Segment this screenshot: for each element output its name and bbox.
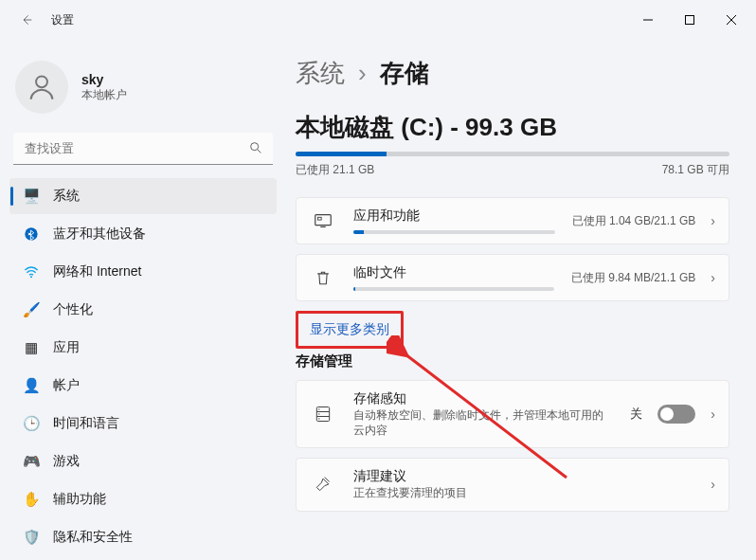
storage-sense-sub: 自动释放空间、删除临时文件，并管理本地可用的云内容 — [353, 407, 613, 438]
apps-usage-bar — [353, 230, 555, 234]
content-area: 系统 › 存储 本地磁盘 (C:) - 99.3 GB 已使用 21.1 GB … — [284, 40, 756, 560]
arrow-left-icon — [20, 13, 33, 27]
back-button[interactable] — [11, 5, 42, 35]
nav-item-label: 帐户 — [53, 377, 80, 394]
svg-rect-1 — [686, 16, 694, 25]
window-title: 设置 — [51, 12, 74, 28]
storage-mgmt-heading: 存储管理 — [296, 352, 729, 370]
sidebar-item-system[interactable]: 🖥️系统 — [9, 178, 277, 214]
nav-item-label: 辅助功能 — [53, 491, 106, 508]
cleanup-sub: 正在查找要清理的项目 — [353, 485, 693, 500]
window-controls — [627, 6, 752, 34]
sidebar-item-time-language[interactable]: 🕒时间和语言 — [9, 406, 277, 442]
nav-item-label: 游戏 — [53, 453, 80, 470]
show-more-categories-link[interactable]: 显示更多类别 — [298, 314, 401, 346]
maximize-button[interactable] — [669, 6, 711, 34]
sidebar-item-accessibility[interactable]: ✋辅助功能 — [9, 481, 277, 517]
titlebar: 设置 — [0, 0, 756, 40]
nav-item-label: 应用 — [53, 339, 80, 356]
sidebar-item-personalization[interactable]: 🖌️个性化 — [9, 292, 277, 328]
close-button[interactable] — [711, 6, 752, 34]
svg-line-6 — [258, 150, 261, 153]
sidebar-item-accessibility-icon: ✋ — [23, 491, 40, 508]
drive-icon — [310, 401, 336, 427]
card-temp-files[interactable]: 临时文件 已使用 9.84 MB/21.1 GB › — [296, 254, 729, 301]
sidebar-item-privacy[interactable]: 🛡️隐私和安全性 — [9, 519, 277, 555]
sidebar-item-personalization-icon: 🖌️ — [23, 301, 40, 318]
minimize-icon — [643, 15, 653, 25]
storage-sense-title: 存储感知 — [353, 390, 613, 407]
sidebar-item-time-language-icon: 🕒 — [23, 415, 40, 432]
card-apps-title: 应用和功能 — [353, 208, 555, 225]
breadcrumb-current: 存储 — [380, 57, 429, 90]
sidebar-item-privacy-icon: 🛡️ — [23, 529, 40, 546]
sidebar-item-network-icon — [23, 263, 40, 280]
cleanup-title: 清理建议 — [353, 468, 693, 485]
disk-usage-bar — [296, 152, 729, 156]
search-field-wrap — [13, 133, 273, 165]
card-storage-sense[interactable]: 存储感知 自动释放空间、删除临时文件，并管理本地可用的云内容 关 › — [296, 380, 729, 448]
sidebar-item-accounts[interactable]: 👤帐户 — [9, 368, 277, 404]
sidebar-item-network[interactable]: 网络和 Internet — [9, 254, 277, 290]
profile-block[interactable]: sky 本地帐户 — [9, 49, 277, 131]
card-apps-usage: 已使用 1.04 GB/21.1 GB — [572, 213, 696, 229]
breadcrumb: 系统 › 存储 — [296, 57, 729, 90]
nav-item-label: 个性化 — [53, 301, 93, 318]
apps-icon — [310, 208, 336, 234]
annotation-highlight-box: 显示更多类别 — [296, 311, 404, 349]
sidebar-item-accounts-icon: 👤 — [23, 377, 40, 394]
maximize-icon — [685, 15, 694, 25]
sidebar-item-apps[interactable]: ▦应用 — [9, 330, 277, 366]
disk-stats: 已使用 21.1 GB 78.1 GB 可用 — [296, 162, 729, 178]
chevron-right-icon: › — [358, 59, 367, 88]
person-icon — [26, 71, 58, 103]
close-icon — [727, 15, 736, 25]
profile-username: sky — [81, 72, 127, 87]
disk-title: 本地磁盘 (C:) - 99.3 GB — [296, 111, 729, 144]
disk-free-label: 78.1 GB 可用 — [662, 162, 729, 178]
disk-used-label: 已使用 21.1 GB — [296, 162, 374, 178]
storage-sense-toggle-label: 关 — [630, 406, 642, 423]
disk-usage-fill — [296, 152, 387, 156]
nav-item-label: 隐私和安全性 — [53, 529, 133, 546]
nav-list: 🖥️系统蓝牙和其他设备网络和 Internet🖌️个性化▦应用👤帐户🕒时间和语言… — [9, 178, 277, 555]
svg-point-17 — [318, 419, 319, 420]
card-cleanup-recs[interactable]: 清理建议 正在查找要清理的项目 › — [296, 458, 729, 511]
breadcrumb-root[interactable]: 系统 — [296, 57, 345, 90]
svg-point-16 — [318, 414, 319, 415]
sidebar: sky 本地帐户 🖥️系统蓝牙和其他设备网络和 Internet🖌️个性化▦应用… — [0, 40, 284, 560]
nav-item-label: 系统 — [53, 188, 80, 205]
nav-item-label: 时间和语言 — [53, 415, 119, 432]
card-apps-features[interactable]: 应用和功能 已使用 1.04 GB/21.1 GB › — [296, 197, 729, 244]
search-input[interactable] — [13, 133, 273, 165]
card-temp-usage: 已使用 9.84 MB/21.1 GB — [571, 270, 695, 286]
sidebar-item-apps-icon: ▦ — [23, 339, 40, 356]
sidebar-item-gaming-icon: 🎮 — [23, 453, 40, 470]
svg-rect-10 — [318, 217, 322, 220]
chevron-right-icon: › — [711, 270, 715, 285]
sidebar-item-bluetooth-icon — [23, 226, 40, 243]
svg-point-15 — [318, 409, 319, 410]
avatar — [15, 61, 68, 114]
search-icon — [248, 140, 263, 159]
trash-icon — [310, 264, 336, 291]
svg-point-5 — [251, 143, 259, 151]
nav-item-label: 蓝牙和其他设备 — [53, 226, 146, 243]
minimize-button[interactable] — [627, 6, 669, 34]
nav-item-label: 网络和 Internet — [53, 263, 141, 280]
card-temp-title: 临时文件 — [353, 264, 554, 281]
broom-icon — [310, 471, 336, 497]
svg-point-4 — [36, 76, 47, 87]
svg-point-8 — [30, 276, 32, 278]
chevron-right-icon: › — [711, 213, 715, 228]
sidebar-item-bluetooth[interactable]: 蓝牙和其他设备 — [9, 216, 277, 252]
chevron-right-icon: › — [711, 406, 715, 422]
sidebar-item-gaming[interactable]: 🎮游戏 — [9, 443, 277, 479]
sidebar-item-system-icon: 🖥️ — [23, 188, 40, 205]
storage-sense-toggle[interactable] — [657, 405, 695, 424]
svg-point-7 — [25, 227, 37, 240]
temp-usage-bar — [353, 287, 554, 291]
profile-account-type: 本地帐户 — [81, 87, 127, 103]
chevron-right-icon: › — [711, 477, 715, 492]
